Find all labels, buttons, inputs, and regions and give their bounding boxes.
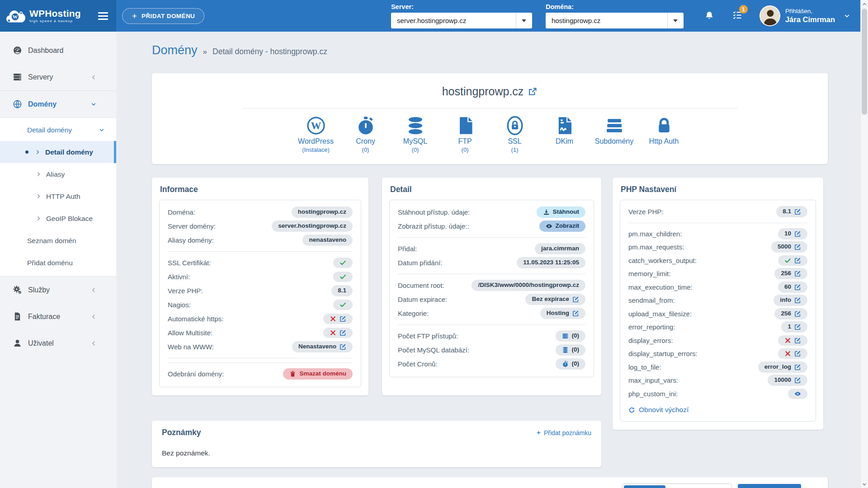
automaticke-https-value[interactable] [323,314,353,324]
aliasy-domeny-value: nenastaveno [302,235,353,246]
add-note-link[interactable]: Přidat poznámku [536,429,591,436]
sidebar-item-dashboard[interactable]: Dashboard [0,37,116,64]
row-catch-workers-output: catch_workers_output: [628,254,807,267]
edit-icon[interactable] [794,257,801,264]
memory-limit-value[interactable]: 256 [774,268,807,279]
allow-multisite-value[interactable] [323,328,353,338]
display-startup-errors-value[interactable] [778,348,807,359]
notes-empty-text: Bez poznámek. [162,449,591,457]
external-link-icon[interactable] [528,87,538,96]
edit-icon[interactable] [794,337,801,344]
edit-icon[interactable] [794,244,801,250]
tasks-icon[interactable]: 1 [732,10,742,22]
server-select[interactable]: server.hostingprowp.cz [391,13,532,28]
sidebar-item-pridat-domenu[interactable]: Přidat doménu [0,252,116,274]
tab-denni[interactable]: Denní [665,485,695,488]
log-to-file-value[interactable]: error_log [758,361,807,373]
sendmail-from-value[interactable]: info [774,295,807,306]
row-label: Stáhnout přístup. údaje: [398,208,470,216]
sidebar-item-sluzby[interactable]: Služby [0,277,116,303]
display-errors-value[interactable] [778,335,807,346]
web-na-www-value[interactable]: Nenastaveno [292,341,353,352]
sidebar-item-uzivatel[interactable]: Uživatel [0,330,116,357]
sidebar-item-geoip-blokace[interactable]: GeoIP Blokace [0,207,116,230]
edit-icon[interactable] [794,297,801,304]
sidebar-item-domeny[interactable]: Domény [0,91,116,117]
sidebar-item-seznam-domen[interactable]: Seznam domén [0,230,116,252]
edit-icon[interactable] [794,310,801,317]
row-php-custom-ini: php_custom_ini: [628,387,807,401]
eye-icon[interactable] [794,390,801,397]
sidebar-item-http-auth[interactable]: HTTP Auth [0,185,116,207]
error-reporting-value[interactable]: 1 [781,321,807,333]
pocet-mysql-value[interactable]: (0) [556,344,586,356]
php-rows: Verze PHP:8.1pm.max_children:10pm.max_re… [628,205,807,400]
edit-icon[interactable] [572,296,579,303]
scrollbar-thumb[interactable] [862,9,867,115]
tab-tydenni[interactable]: Týdenní [694,485,730,488]
php-custom-ini-value[interactable] [788,389,807,399]
sidebar-item-fakturace[interactable]: Fakturace [0,303,116,330]
kategorie-value[interactable]: Hosting [540,308,585,319]
zobrazit-udaje-value[interactable]: Zobrazit [539,221,586,232]
sidebar-item-detail-domeny[interactable]: Detail domény [0,141,116,163]
php-verze-value[interactable]: 8.1 [776,206,807,217]
shortcut-dkim[interactable]: DKim [543,116,586,154]
user-menu[interactable]: Přihlášen, Jára Cimrman [760,5,850,26]
edit-icon[interactable] [794,208,801,215]
edit-icon[interactable] [794,350,801,357]
refresh-graphs-button[interactable]: Obnovit grafy [738,484,801,488]
sidebar-item-servery[interactable]: Servery [0,64,116,90]
add-domain-button[interactable]: PŘIDAT DOMÉNU [122,8,204,24]
edit-icon[interactable] [794,270,801,277]
row-label: error_reporting: [628,323,675,331]
row-zobrazit-udaje: Zobrazit přístup. údaje::Zobrazit [398,219,585,233]
pm-max-requests-value[interactable]: 5000 [771,241,807,253]
max-execution-time-value[interactable]: 60 [778,282,807,293]
pocet-cronu-value[interactable]: (0) [556,358,586,370]
shortcut-mysql[interactable]: MySQL(0) [394,116,437,154]
wphosting-logo: W [5,7,27,24]
tab-hodinovy[interactable]: Hodinový [624,485,665,488]
odebrani-domeny-value[interactable]: Smazat doménu [283,368,353,380]
reset-defaults-link[interactable]: Obnovit výchozí [628,406,689,414]
edit-icon[interactable] [340,343,346,350]
edit-icon[interactable] [340,315,346,322]
sendmail-from-text: info [780,296,791,304]
menu-toggle-icon[interactable] [97,10,109,22]
datum-expirace-value[interactable]: Bez expirace [525,294,585,305]
nagios-value [333,300,353,310]
upload-max-filesize-value[interactable]: 256 [774,308,807,319]
edit-icon[interactable] [794,324,801,330]
max-input-vars-value[interactable]: 10000 [768,375,807,386]
person-icon [13,338,22,348]
page-scrollbar[interactable] [860,0,868,488]
shortcut-crony[interactable]: Crony(0) [344,116,387,154]
sidebar-submenu-header-detail-domeny-header[interactable]: Detail domény [0,119,116,141]
domain-select[interactable]: hostingprowp.cz [546,13,684,28]
edit-icon[interactable] [794,230,801,237]
scroll-down-arrow-icon[interactable] [861,480,868,488]
edit-icon[interactable] [572,310,579,317]
shortcut-http-auth[interactable]: Http Auth [642,116,686,154]
main-content: Domény » Detail domény - hostingprowp.cz… [116,32,860,488]
shortcut-wordpress[interactable]: WWordPress(Instalace) [294,116,338,154]
stahnout-udaje-value[interactable]: Stáhnout [537,206,586,218]
shortcut-ftp[interactable]: FTP(0) [443,116,487,154]
pm-max-children-value[interactable]: 10 [778,228,807,239]
notifications-bell-icon[interactable] [704,11,714,21]
row-domena: Doména:hostingprowp.cz [168,205,353,219]
catch-workers-output-value[interactable] [778,255,807,266]
edit-icon[interactable] [794,364,801,371]
shortcut-subdomeny[interactable]: Subdomény [593,116,636,154]
edit-icon[interactable] [794,377,801,384]
row-label: Aktivní: [168,273,190,281]
breadcrumb-section-link[interactable]: Domény [152,43,198,57]
scroll-up-arrow-icon[interactable] [861,0,868,8]
edit-icon[interactable] [340,329,346,336]
shortcut-ssl[interactable]: SSL(1) [493,116,537,154]
edit-icon[interactable] [794,284,801,291]
divider [242,108,737,108]
pocet-ftp-value[interactable]: (0) [556,330,586,342]
sidebar-item-aliasy[interactable]: Aliasy [0,163,116,185]
